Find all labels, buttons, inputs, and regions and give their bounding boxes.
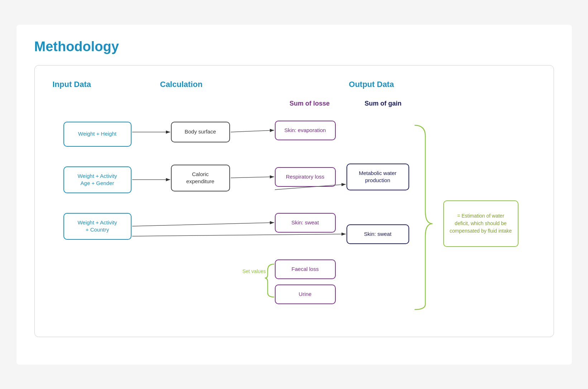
sum-of-gain-header: Sum of gain: [348, 100, 418, 107]
input-box-3: Weight + Activity + Country: [63, 213, 132, 240]
svg-line-5: [231, 130, 274, 132]
loss-box-1: Skin: evaporation: [275, 121, 336, 140]
loss-box-3: Skin: sweat: [275, 213, 336, 233]
col-headers: Input Data Calculation Output Data: [53, 80, 536, 89]
svg-line-6: [231, 177, 274, 178]
gain-box-2: Skin: sweat: [346, 224, 409, 244]
input-box-1: Weight + Height: [63, 122, 132, 147]
input-box-2: Weight + Activity Age + Gender: [63, 166, 132, 193]
input-data-header: Input Data: [53, 80, 132, 89]
loss-box-5: Urine: [275, 285, 336, 304]
calc-box-1: Body surface: [171, 122, 230, 142]
page-title: Methodology: [34, 39, 554, 54]
page-wrapper: Methodology Input Data Calculation Outpu…: [16, 25, 572, 365]
diagram-area: Weight + Height Weight + Activity Age + …: [53, 115, 536, 322]
output-sub-headers: Sum of losse Sum of gain: [275, 100, 536, 107]
svg-line-9: [132, 234, 346, 236]
gain-box-1: Metabolic water production: [346, 164, 409, 190]
loss-box-4: Faecal loss: [275, 259, 336, 279]
calculation-header: Calculation: [160, 80, 239, 89]
sum-of-loss-header: Sum of losse: [275, 100, 345, 107]
calc-box-2: Caloric expenditure: [171, 165, 230, 191]
diagram-container: Input Data Calculation Output Data Sum o…: [34, 65, 554, 337]
set-values-label: Set values: [243, 268, 266, 274]
loss-box-2: Respiratory loss: [275, 167, 336, 187]
result-box: = Estimation of water deficit, which sho…: [443, 200, 518, 247]
svg-line-8: [132, 223, 274, 226]
output-data-header: Output Data: [282, 80, 461, 89]
